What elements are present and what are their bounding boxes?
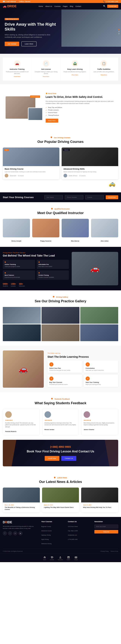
testimonial-1: ★★★★★ Excellent driving school! The inst… [3,409,40,435]
testimonial-3: ★★★★★ Best driving school in the area. H… [81,409,118,435]
footer-course-5[interactable]: Defensive Driving [41,543,52,544]
main-nav: Home About Us Courses Pages Blog Contact [38,6,81,7]
get-behind-badge: Driving School That Build Winners [3,252,25,254]
nav-pages[interactable]: Pages [63,6,68,7]
feature-dot-3 [5,272,6,274]
nav-contact[interactable]: Contact [76,6,81,7]
footer-social: f t in ▶ [3,531,38,535]
about-list-item-3: Ground Rules [46,112,116,114]
step-num-3: 3 [49,376,54,380]
nav-blog[interactable]: Blog [70,6,73,7]
footer-course-3[interactable]: Highway Driving [41,534,51,536]
instagram-icon[interactable]: in [13,531,17,535]
footer-course-2[interactable]: Advanced Course [41,530,52,532]
hero-primary-btn[interactable]: Get Started [5,42,19,46]
footer-contact-email[interactable]: info@dride.com [68,534,77,536]
header-icons: 🔍 Enroll Now [103,5,118,8]
footer-grid: DRIDE We provide professional driving ed… [3,521,118,546]
twitter-icon[interactable]: t [8,531,12,535]
bottom-nav-contact[interactable]: Contact [74,556,78,560]
side-nav-dot-2[interactable] [118,31,120,32]
nav-home[interactable]: Home [38,6,43,7]
stat-instructors-label: Instructors [19,285,25,287]
course-title-1: Basic Driving Course [5,168,58,170]
enroll-button[interactable]: Enroll Now [107,5,118,8]
instructor-1: Henry Joseph [3,219,30,242]
hero-secondary-btn[interactable]: Learn More [22,42,36,46]
footer-contact-title: Contact Us [68,521,92,522]
terms-link[interactable]: Terms of Use [110,550,118,552]
instructor-img-2 [32,219,60,237]
youtube-icon[interactable]: ▶ [18,531,22,535]
process-steps: 1 Select Your Plan Choose the best plan … [48,360,118,387]
nav-about[interactable]: About Us [45,6,52,7]
about-content: 🔶 About Dride Learn To Drive, Drive With… [46,93,116,122]
courses-title: Our Popular Driving Courses [3,140,118,144]
nav-courses[interactable]: Courses [54,6,61,7]
footer-links: Privacy Policy Terms of Use [100,550,118,552]
cta-strip-name-input[interactable] [44,195,63,200]
footer-contact-phone[interactable]: (+704) 885-1345 [68,539,78,540]
footer-contact-col: Contact Us 123 Driver Street City, State… [68,521,92,546]
feature-item-title-3: Best Trainers [5,274,33,276]
footer-course-1[interactable]: Beginner Course [41,526,51,527]
course-avatar-2 [64,174,67,178]
step-title-1: Select Your Plan [49,368,80,369]
privacy-link[interactable]: Privacy Policy [100,550,109,552]
cta-enroll-btn[interactable]: Enroll Now [45,456,60,461]
feature-link-3[interactable]: Read More [72,74,78,76]
news-grid: March 15, 2024 The Benefits of Taking a … [3,488,118,512]
feature-link-1[interactable]: Read More [14,76,20,77]
stat-lessons: 1350+ Lessons [11,282,16,287]
newsletter-subscribe-btn[interactable]: Subscribe [94,530,118,534]
stat-students: 5400+ Students [3,282,8,287]
stat-instructors-num: 150+ [19,282,25,285]
bottom-nav-courses[interactable]: Courses [50,556,54,560]
side-nav-dot-1[interactable] [118,29,120,30]
feature-item-title-4: Perfect Timing [38,274,67,276]
process-step-1: 1 Select Your Plan Choose the best plan … [48,360,82,373]
about-list-item-1: Easy Tips and Advice [46,106,116,109]
process-title: Start The Dride Learning Process [48,355,118,358]
cta-contact-btn[interactable]: Contact Us [61,456,76,461]
news-card-2: March 10, 2024 Lighting The Way With Gue… [42,488,79,512]
step-num-2: 2 [86,362,90,366]
about-read-more-btn[interactable]: Read More [46,119,58,122]
about-title: Learn To Drive, Drive With Safety And Co… [46,95,116,98]
step-title-2: Consultation [86,368,116,369]
feature-link-2[interactable]: Read More [43,76,49,77]
search-icon[interactable]: 🔍 [103,5,106,8]
facebook-icon[interactable]: f [3,531,7,535]
cta-strip-btn[interactable]: Enroll Now [106,195,118,199]
bottom-nav-home[interactable]: Home [43,556,46,560]
cta-strip-phone-input[interactable] [65,195,84,200]
gallery-item-1 [3,307,41,324]
hero-section: Best Driving School Drive Away with The … [0,10,121,54]
gallery-item-3 [80,307,118,324]
feature-link-4[interactable]: Read More [101,74,107,76]
side-nav-dot-3[interactable] [118,33,120,34]
course-meta-1: David Azell 8 Lessons [5,174,58,178]
testimonial-avatar-2 [44,411,51,418]
get-behind-section: Driving School That Build Winners Get Be… [0,247,121,290]
process-section: 🚗 The Dride Learning Start The Dride Lea… [0,346,121,392]
footer-course-4[interactable]: Night Driving [41,539,49,540]
newsletter-input[interactable] [94,524,118,528]
feature-item-title-1: Online Tracking [5,264,33,265]
step-title-3: Buy Your Courses [49,382,80,383]
instructors-title: Meet Our Qualified Instructor [3,211,118,215]
footer: DRIDE We provide professional driving ed… [0,517,121,554]
news-header: Latest News Our Latest News & Articles [3,476,118,484]
bottom-nav-gallery[interactable]: Gallery [67,556,70,560]
about-desc: Our driving school provides comprehensiv… [46,100,116,105]
testimonial-stars-2: ★★★★★ [44,419,77,421]
news-headline-1: The Benefits of Taking a Defensive Drivi… [5,506,38,510]
feature-item-desc-4: Flexible schedule available [38,276,67,278]
stat-lessons-num: 1350+ [11,282,16,285]
easy-learn-icon: 🛣️ [72,60,78,67]
hero-desc: When starting up, driving school diligen… [5,34,57,39]
about-small-image [28,108,43,120]
cta-strip-course-input[interactable] [85,195,104,200]
news-date-1: March 15, 2024 [5,504,38,506]
bottom-nav-instructor[interactable]: Instructors [58,556,63,560]
